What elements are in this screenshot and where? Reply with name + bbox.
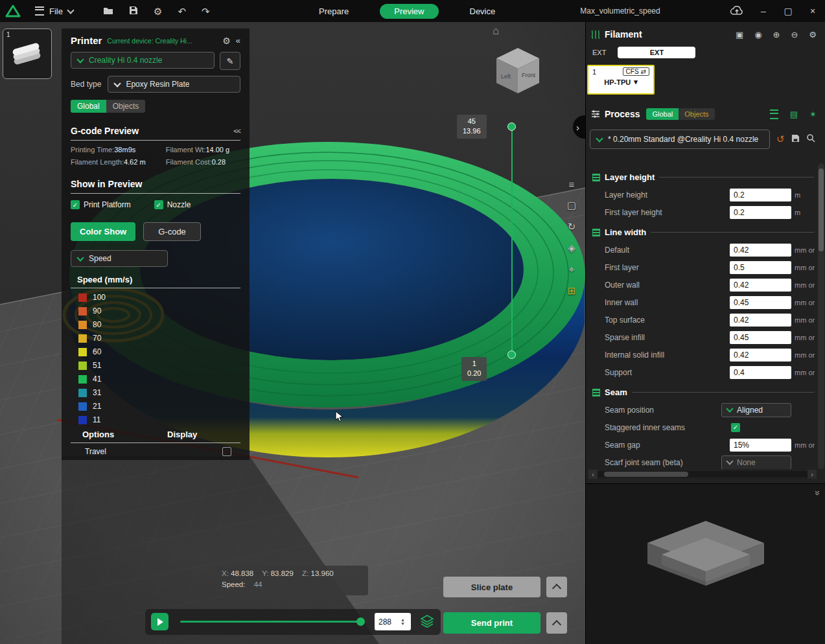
parameter-table-icon[interactable]: ▤ — [790, 109, 798, 119]
remove-filament-icon[interactable]: ⊖ — [791, 30, 798, 40]
step-down-icon[interactable]: ▼ — [401, 622, 405, 626]
advanced-mode-icon[interactable] — [770, 109, 778, 119]
setting-input[interactable] — [730, 314, 791, 327]
nozzle-checkbox[interactable]: ✓ — [154, 200, 163, 209]
setting-input[interactable] — [730, 439, 791, 452]
redo-icon[interactable]: ↷ — [202, 6, 210, 16]
tab-ext-2[interactable]: EXT — [618, 47, 695, 58]
tab-display[interactable]: Display — [156, 430, 240, 439]
settings-gear-icon[interactable]: ⚙ — [154, 6, 162, 16]
slice-options-button[interactable] — [546, 577, 567, 597]
tab-options[interactable]: Options — [71, 430, 156, 439]
hscroll-track[interactable] — [598, 471, 808, 477]
expand-pane-icon[interactable]: » — [813, 490, 823, 496]
setting-input[interactable] — [730, 296, 791, 309]
gcode-button[interactable]: G-code — [143, 222, 201, 241]
slice-plate-button[interactable]: Slice plate — [443, 577, 540, 597]
setting-input[interactable] — [730, 279, 791, 292]
filament-slot[interactable]: 1 CFS ⇄ HP-TPU ▾ — [587, 65, 655, 95]
section-seam[interactable]: Seam — [586, 387, 817, 397]
plate-thumbnail[interactable]: 1 — [3, 29, 52, 79]
move-slider-knob[interactable] — [356, 617, 365, 626]
tab-device[interactable]: Device — [461, 4, 505, 19]
grid-tool-icon[interactable]: ⊞ — [563, 284, 580, 297]
send-options-button[interactable] — [546, 612, 567, 634]
app-logo-icon[interactable] — [5, 5, 21, 17]
tab-preview[interactable]: Preview — [380, 4, 438, 19]
layer-range-tool-icon[interactable]: ≡ — [563, 178, 580, 190]
settings-scrollbar[interactable] — [818, 163, 824, 469]
save-preset-icon[interactable] — [791, 133, 800, 145]
tab-ext-1[interactable]: EXT — [591, 47, 607, 58]
collapse-gcode-icon[interactable]: << — [233, 127, 240, 135]
scarf-seam-select[interactable]: None — [721, 455, 791, 470]
seam-position-select[interactable]: Aligned — [721, 403, 791, 417]
hscroll-thumb[interactable] — [604, 472, 688, 477]
tab-global[interactable]: Global — [71, 100, 106, 113]
minimize-button[interactable]: – — [751, 0, 776, 22]
send-print-button[interactable]: Send print — [443, 612, 540, 634]
reset-preset-icon[interactable]: ↺ — [776, 133, 785, 145]
setting-input[interactable] — [730, 206, 791, 219]
setting-input[interactable] — [730, 331, 791, 344]
magic-wand-icon[interactable]: ✶ — [809, 109, 817, 119]
add-filament-icon[interactable]: ⊕ — [773, 30, 780, 40]
cloud-upload-icon[interactable] — [730, 5, 744, 19]
layer-slider-track[interactable] — [511, 126, 513, 354]
layer-slider-bottom-handle[interactable] — [507, 351, 516, 359]
setting-input[interactable] — [730, 189, 791, 201]
tab-objects[interactable]: Objects — [106, 100, 146, 113]
tab-process-objects[interactable]: Objects — [679, 108, 714, 120]
color-scheme-select[interactable]: Speed — [71, 250, 168, 267]
speed-value: 44 — [254, 581, 262, 588]
search-settings-icon[interactable] — [806, 133, 815, 145]
bounding-box-tool-icon[interactable]: ▢ — [563, 199, 580, 212]
staggered-seams-checkbox[interactable]: ✓ — [731, 423, 740, 432]
legend-item: 31 — [78, 388, 240, 397]
filament-sync-icon[interactable]: ▣ — [736, 30, 743, 40]
tab-prepare[interactable]: Prepare — [310, 4, 358, 19]
open-folder-icon[interactable] — [103, 6, 113, 16]
setting-input[interactable] — [730, 349, 791, 362]
edit-printer-button[interactable]: ✎ — [220, 52, 240, 70]
play-button[interactable] — [151, 613, 168, 630]
preset-select[interactable]: * 0.20mm Standard @Creality Hi 0.4 nozzl… — [590, 130, 770, 149]
current-device-label[interactable]: Current device: Creality Hi... — [107, 37, 222, 45]
undo-icon[interactable]: ↶ — [178, 6, 186, 16]
printer-select[interactable]: Creality Hi 0.4 nozzle — [71, 52, 215, 69]
travel-checkbox[interactable] — [222, 447, 231, 456]
collapse-panel-icon[interactable]: « — [236, 36, 240, 45]
print-platform-option: ✓ Print Platform — [71, 200, 131, 209]
filament-pick-icon[interactable]: ◉ — [754, 30, 761, 40]
bed-type-select[interactable]: Epoxy Resin Plate — [108, 76, 240, 93]
setting-input[interactable] — [730, 261, 791, 274]
file-menu[interactable]: File — [35, 6, 73, 16]
setting-input[interactable] — [730, 366, 791, 379]
viewport-3d[interactable]: 1 Printer Current device: Creality Hi...… — [0, 22, 585, 644]
home-view-icon[interactable]: ⌂ — [493, 25, 499, 38]
rotate-view-tool-icon[interactable]: ↻ — [563, 220, 580, 233]
cube-left-face-label: Left — [501, 73, 511, 80]
close-button[interactable]: × — [800, 0, 825, 22]
layer-slider-top-handle[interactable] — [507, 122, 516, 131]
gizmo-tool-icon[interactable]: ◈ — [563, 242, 580, 255]
settings-scrollbar-thumb[interactable] — [819, 168, 824, 251]
color-show-button[interactable]: Color Show — [71, 222, 135, 241]
tab-process-global[interactable]: Global — [646, 108, 679, 120]
cfs-chip[interactable]: CFS ⇄ — [623, 67, 649, 76]
filament-settings-icon[interactable]: ⚙ — [809, 30, 817, 40]
layers-view-icon[interactable] — [420, 614, 434, 631]
target-tool-icon[interactable]: ⌖ — [563, 263, 580, 276]
printer-settings-gear-icon[interactable]: ⚙ — [222, 36, 231, 46]
scroll-right-button[interactable]: › — [808, 470, 817, 479]
setting-input[interactable] — [730, 244, 791, 257]
save-icon[interactable] — [129, 6, 138, 16]
section-layer-height[interactable]: Layer height — [586, 172, 817, 182]
scroll-left-button[interactable]: ‹ — [588, 470, 598, 479]
move-step-input[interactable] — [377, 617, 401, 627]
print-platform-checkbox[interactable]: ✓ — [71, 200, 80, 209]
section-line-width[interactable]: Line width — [586, 227, 817, 237]
move-slider-track[interactable] — [180, 621, 363, 623]
maximize-button[interactable]: ▢ — [776, 0, 800, 22]
navigation-cube[interactable]: Left Front — [487, 41, 549, 98]
